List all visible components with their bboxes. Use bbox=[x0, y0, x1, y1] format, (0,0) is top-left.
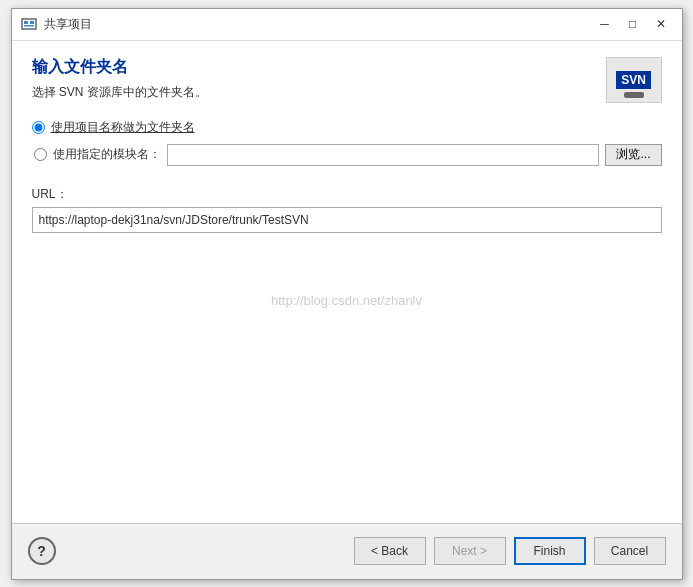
main-window: 共享项目 ─ □ ✕ 输入文件夹名 选择 SVN 资源库中的文件夹名。 SVN … bbox=[11, 8, 683, 580]
url-label: URL： bbox=[32, 186, 662, 203]
use-module-name-row: 使用指定的模块名： 浏览... bbox=[34, 144, 662, 166]
window-controls: ─ □ ✕ bbox=[592, 13, 674, 35]
header-text: 输入文件夹名 选择 SVN 资源库中的文件夹名。 bbox=[32, 57, 606, 101]
use-project-name-label[interactable]: 使用项目名称做为文件夹名 bbox=[51, 119, 195, 136]
footer: ? < Back Next > Finish Cancel bbox=[12, 523, 682, 579]
options-section: 使用项目名称做为文件夹名 使用指定的模块名： 浏览... bbox=[32, 119, 662, 176]
watermark: http://blog.csdn.net/zhanlv bbox=[32, 263, 662, 338]
svg-rect-3 bbox=[24, 25, 34, 27]
svn-logo-connector bbox=[624, 92, 644, 98]
browse-button[interactable]: 浏览... bbox=[605, 144, 661, 166]
url-input[interactable] bbox=[32, 207, 662, 233]
svg-rect-2 bbox=[30, 21, 34, 24]
close-button[interactable]: ✕ bbox=[648, 13, 674, 35]
use-project-name-row: 使用项目名称做为文件夹名 bbox=[32, 119, 662, 136]
svn-logo-text: SVN bbox=[616, 71, 651, 89]
cancel-button[interactable]: Cancel bbox=[594, 537, 666, 565]
use-project-name-radio[interactable] bbox=[32, 121, 45, 134]
header-section: 输入文件夹名 选择 SVN 资源库中的文件夹名。 SVN bbox=[32, 57, 662, 103]
title-bar: 共享项目 ─ □ ✕ bbox=[12, 9, 682, 41]
finish-button[interactable]: Finish bbox=[514, 537, 586, 565]
back-button[interactable]: < Back bbox=[354, 537, 426, 565]
svn-logo: SVN bbox=[606, 57, 662, 103]
window-title: 共享项目 bbox=[44, 16, 592, 33]
window-icon bbox=[20, 15, 38, 33]
next-button[interactable]: Next > bbox=[434, 537, 506, 565]
module-name-input[interactable] bbox=[167, 144, 600, 166]
help-button[interactable]: ? bbox=[28, 537, 56, 565]
content-area: 输入文件夹名 选择 SVN 资源库中的文件夹名。 SVN 使用项目名称做为文件夹… bbox=[12, 41, 682, 523]
url-section: URL： bbox=[32, 186, 662, 233]
svg-rect-1 bbox=[24, 21, 28, 24]
minimize-button[interactable]: ─ bbox=[592, 13, 618, 35]
use-module-name-label[interactable]: 使用指定的模块名： bbox=[53, 146, 161, 163]
page-title: 输入文件夹名 bbox=[32, 57, 606, 78]
maximize-button[interactable]: □ bbox=[620, 13, 646, 35]
page-subtitle: 选择 SVN 资源库中的文件夹名。 bbox=[32, 84, 606, 101]
use-module-name-radio[interactable] bbox=[34, 148, 47, 161]
